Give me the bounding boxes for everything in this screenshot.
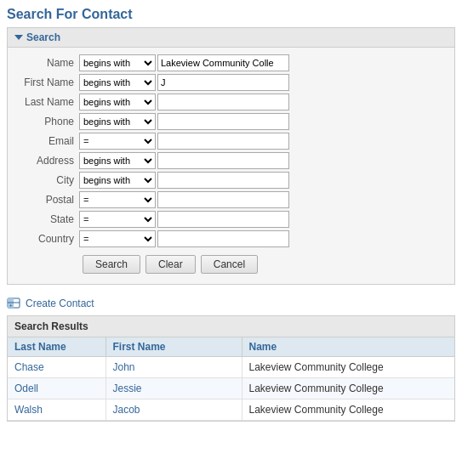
operator-select-1[interactable]: begins with=ends withcontains — [79, 74, 156, 91]
field-input-9[interactable] — [157, 230, 289, 247]
field-label-address: Address — [11, 155, 79, 167]
operator-select-2[interactable]: begins with=ends withcontains — [79, 94, 156, 110]
field-label-name: Name — [11, 57, 79, 69]
field-input-4[interactable] — [157, 133, 289, 150]
operator-select-4[interactable]: =begins withends withcontains — [79, 133, 156, 150]
col-header-name[interactable]: Name — [242, 337, 454, 357]
field-label-last-name: Last Name — [11, 96, 79, 108]
field-input-3[interactable] — [157, 113, 289, 130]
form-row: Phonebegins with=ends withcontains — [11, 113, 451, 130]
field-input-2[interactable] — [157, 94, 289, 110]
form-row: First Namebegins with=ends withcontains — [11, 74, 451, 91]
field-input-7[interactable] — [157, 191, 289, 208]
lastname-link[interactable]: Walsh — [14, 404, 43, 416]
collapse-icon — [14, 35, 23, 40]
search-form: Namebegins with=ends withcontainsFirst N… — [8, 48, 454, 284]
create-contact-row[interactable]: + Create Contact — [0, 292, 462, 315]
form-row: Citybegins with=ends withcontains — [11, 172, 451, 189]
firstname-link[interactable]: John — [113, 361, 135, 373]
cell-lastname[interactable]: Odell — [8, 378, 106, 400]
search-panel-label: Search — [26, 31, 60, 43]
cell-firstname[interactable]: Jessie — [106, 378, 242, 400]
cell-firstname[interactable]: Jacob — [106, 400, 242, 421]
button-row: Search Clear Cancel — [11, 250, 451, 277]
operator-select-6[interactable]: begins with=ends withcontains — [79, 172, 156, 189]
form-row: Namebegins with=ends withcontains — [11, 54, 451, 71]
operator-select-8[interactable]: =begins withends withcontains — [79, 211, 156, 228]
field-label-email: Email — [11, 135, 79, 147]
operator-select-5[interactable]: begins with=ends withcontains — [79, 152, 156, 169]
search-panel: Search Namebegins with=ends withcontains… — [7, 27, 455, 285]
field-input-5[interactable] — [157, 152, 289, 169]
field-label-first-name: First Name — [11, 76, 79, 88]
field-label-state: State — [11, 213, 79, 225]
col-header-firstname[interactable]: First Name — [106, 337, 242, 357]
lastname-link[interactable]: Chase — [14, 361, 44, 373]
operator-select-0[interactable]: begins with=ends withcontains — [79, 54, 156, 71]
results-table: Last Name First Name Name ChaseJohnLakev… — [8, 337, 454, 421]
field-input-6[interactable] — [157, 172, 289, 189]
operator-select-9[interactable]: =begins withends withcontains — [79, 230, 156, 247]
cell-firstname[interactable]: John — [106, 357, 242, 378]
cell-lastname[interactable]: Walsh — [8, 400, 106, 421]
cell-lastname[interactable]: Chase — [8, 357, 106, 378]
results-section: Search Results Last Name First Name Name… — [7, 315, 455, 422]
form-row: Email=begins withends withcontains — [11, 133, 451, 150]
form-row: Postal=begins withends withcontains — [11, 191, 451, 208]
table-row: ChaseJohnLakeview Community College — [8, 357, 454, 378]
clear-button[interactable]: Clear — [145, 255, 196, 274]
cell-name: Lakeview Community College — [242, 400, 454, 421]
cell-name: Lakeview Community College — [242, 357, 454, 378]
table-row: WalshJacobLakeview Community College — [8, 400, 454, 421]
page-title: Search For Contact — [0, 0, 462, 27]
field-input-0[interactable] — [157, 54, 289, 71]
table-row: OdellJessieLakeview Community College — [8, 378, 454, 400]
cell-name: Lakeview Community College — [242, 378, 454, 400]
results-header: Search Results — [8, 316, 454, 337]
operator-select-3[interactable]: begins with=ends withcontains — [79, 113, 156, 130]
create-contact-icon: + — [7, 297, 20, 310]
search-panel-header[interactable]: Search — [8, 28, 454, 48]
form-row: Addressbegins with=ends withcontains — [11, 152, 451, 169]
field-label-phone: Phone — [11, 116, 79, 128]
create-contact-link[interactable]: Create Contact — [26, 298, 94, 309]
firstname-link[interactable]: Jacob — [113, 404, 140, 416]
firstname-link[interactable]: Jessie — [113, 382, 142, 394]
search-button[interactable]: Search — [83, 255, 140, 274]
field-input-1[interactable] — [157, 74, 289, 91]
svg-text:+: + — [9, 303, 13, 308]
col-header-lastname[interactable]: Last Name — [8, 337, 106, 357]
form-row: Last Namebegins with=ends withcontains — [11, 94, 451, 110]
field-label-postal: Postal — [11, 194, 79, 206]
field-label-country: Country — [11, 233, 79, 245]
cancel-button[interactable]: Cancel — [201, 255, 258, 274]
table-header-row: Last Name First Name Name — [8, 337, 454, 357]
field-label-city: City — [11, 174, 79, 186]
form-row: State=begins withends withcontains — [11, 211, 451, 228]
lastname-link[interactable]: Odell — [14, 382, 38, 394]
operator-select-7[interactable]: =begins withends withcontains — [79, 191, 156, 208]
field-input-8[interactable] — [157, 211, 289, 228]
form-row: Country=begins withends withcontains — [11, 230, 451, 247]
